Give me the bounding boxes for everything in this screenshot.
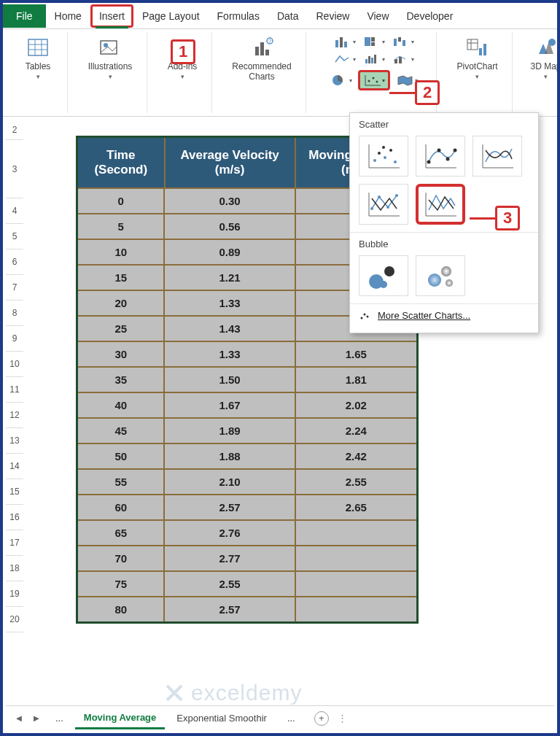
row-header-19[interactable]: 19 bbox=[6, 581, 23, 607]
hierarchy-chart-button[interactable]: ▾ bbox=[362, 35, 386, 48]
row-header-7[interactable]: 7 bbox=[6, 275, 23, 301]
scatter-option-straight-lines[interactable] bbox=[416, 184, 465, 225]
tab-formulas[interactable]: Formulas bbox=[209, 4, 268, 28]
cell-time[interactable]: 60 bbox=[78, 494, 165, 519]
cell-time[interactable]: 25 bbox=[78, 315, 165, 341]
row-header-15[interactable]: 15 bbox=[6, 479, 23, 505]
column-chart-button[interactable]: ▾ bbox=[332, 35, 357, 48]
cell-velocity[interactable]: 1.50 bbox=[165, 366, 295, 392]
table-row[interactable]: 702.77 bbox=[78, 545, 416, 570]
cell-time[interactable]: 50 bbox=[78, 443, 165, 468]
table-row[interactable]: 552.102.55 bbox=[78, 468, 416, 494]
table-row[interactable]: 401.672.02 bbox=[78, 392, 416, 417]
tab-developer[interactable]: Developer bbox=[398, 4, 462, 28]
header-velocity[interactable]: Average Velocity (m/s) bbox=[166, 138, 296, 187]
cell-time[interactable]: 70 bbox=[78, 545, 165, 570]
3dmap-button[interactable]: 3D Map ▾ bbox=[526, 35, 560, 80]
row-header-8[interactable]: 8 bbox=[6, 301, 23, 326]
sheet-tab-exponential[interactable]: Exponential Smoothir bbox=[168, 708, 276, 728]
table-row[interactable]: 802.57 bbox=[78, 596, 416, 621]
waterfall-chart-button[interactable]: ▾ bbox=[391, 35, 416, 48]
new-sheet-button[interactable]: + bbox=[314, 711, 329, 726]
row-header-17[interactable]: 17 bbox=[6, 530, 23, 556]
scatter-chart-button[interactable]: ▾ bbox=[358, 70, 390, 90]
table-row[interactable]: 501.882.42 bbox=[78, 443, 416, 468]
cell-velocity[interactable]: 1.88 bbox=[165, 443, 295, 468]
cell-time[interactable]: 55 bbox=[78, 468, 165, 494]
cell-velocity[interactable]: 0.56 bbox=[165, 213, 295, 239]
tab-insert[interactable]: Insert bbox=[90, 4, 133, 28]
cell-velocity[interactable]: 1.21 bbox=[165, 264, 295, 290]
row-header-20[interactable]: 20 bbox=[6, 607, 23, 632]
recommended-button[interactable]: ? Recommended Charts bbox=[225, 35, 298, 82]
tab-file[interactable]: File bbox=[3, 4, 46, 28]
scatter-option-smooth-markers[interactable] bbox=[416, 136, 465, 177]
cell-velocity[interactable]: 2.57 bbox=[165, 596, 295, 621]
row-header-11[interactable]: 11 bbox=[6, 377, 23, 403]
bubble-option-flat[interactable] bbox=[359, 255, 408, 296]
cell-velocity[interactable]: 1.89 bbox=[165, 417, 295, 443]
row-header-4[interactable]: 4 bbox=[6, 198, 23, 224]
table-row[interactable]: 652.76 bbox=[78, 519, 416, 545]
cell-velocity[interactable]: 2.55 bbox=[165, 570, 295, 596]
sheet-nav-prev[interactable]: ◄ bbox=[12, 713, 26, 724]
cell-moving-avg[interactable] bbox=[296, 570, 416, 596]
cell-time[interactable]: 15 bbox=[78, 264, 165, 290]
cell-time[interactable]: 35 bbox=[78, 366, 165, 392]
tables-button[interactable]: Tables ▾ bbox=[16, 35, 60, 80]
statistic-chart-button[interactable]: ▾ bbox=[362, 53, 386, 66]
cell-time[interactable]: 65 bbox=[78, 519, 165, 545]
line-chart-button[interactable]: ▾ bbox=[332, 53, 357, 66]
cell-moving-avg[interactable]: 2.02 bbox=[296, 392, 416, 417]
row-header-14[interactable]: 14 bbox=[6, 454, 23, 479]
row-header-3[interactable]: 3 bbox=[6, 140, 23, 198]
cell-velocity[interactable]: 2.77 bbox=[165, 545, 295, 570]
cell-moving-avg[interactable] bbox=[296, 596, 416, 621]
row-header-6[interactable]: 6 bbox=[6, 249, 23, 275]
pivotchart-button[interactable]: PivotChart ▾ bbox=[450, 35, 505, 80]
table-row[interactable]: 752.55 bbox=[78, 570, 416, 596]
tab-view[interactable]: View bbox=[358, 4, 397, 28]
cell-time[interactable]: 10 bbox=[78, 239, 165, 264]
scatter-option-straight-markers[interactable] bbox=[359, 184, 408, 225]
cell-time[interactable]: 75 bbox=[78, 570, 165, 596]
cell-velocity[interactable]: 2.10 bbox=[165, 468, 295, 494]
sheet-tab-moving-average[interactable]: Moving Average bbox=[75, 708, 165, 729]
cell-time[interactable]: 20 bbox=[78, 290, 165, 315]
tab-page-layout[interactable]: Page Layout bbox=[133, 4, 209, 28]
sheet-tab-more2[interactable]: ... bbox=[279, 708, 304, 728]
bubble-option-3d[interactable] bbox=[416, 255, 465, 296]
table-row[interactable]: 602.572.65 bbox=[78, 494, 416, 519]
cell-velocity[interactable]: 2.76 bbox=[165, 519, 295, 545]
row-header-16[interactable]: 16 bbox=[6, 505, 23, 530]
table-row[interactable]: 451.892.24 bbox=[78, 417, 416, 443]
illustrations-button[interactable]: Illustrations ▾ bbox=[81, 35, 139, 80]
cell-time[interactable]: 5 bbox=[78, 213, 165, 239]
cell-moving-avg[interactable]: 2.55 bbox=[296, 468, 416, 494]
pie-chart-button[interactable]: ▾ bbox=[329, 74, 354, 87]
scatter-option-smooth[interactable] bbox=[472, 136, 522, 177]
cell-velocity[interactable]: 1.43 bbox=[165, 315, 295, 341]
table-row[interactable]: 301.331.65 bbox=[78, 341, 416, 366]
row-header-5[interactable]: 5 bbox=[6, 224, 23, 249]
row-header-13[interactable]: 13 bbox=[6, 428, 23, 454]
row-header-2[interactable]: 2 bbox=[6, 120, 23, 140]
cell-moving-avg[interactable]: 2.42 bbox=[296, 443, 416, 468]
table-row[interactable]: 351.501.81 bbox=[78, 366, 416, 392]
cell-velocity[interactable]: 1.33 bbox=[165, 290, 295, 315]
cell-time[interactable]: 40 bbox=[78, 392, 165, 417]
scatter-option-markers[interactable] bbox=[359, 136, 408, 177]
cell-moving-avg[interactable] bbox=[296, 545, 416, 570]
cell-time[interactable]: 30 bbox=[78, 341, 165, 366]
header-time[interactable]: Time (Second) bbox=[78, 138, 166, 187]
combo-chart-button[interactable]: ▾ bbox=[391, 53, 416, 66]
more-scatter-charts[interactable]: More Scatter Charts... bbox=[350, 304, 538, 327]
row-header-10[interactable]: 10 bbox=[6, 352, 23, 377]
cell-velocity[interactable]: 0.89 bbox=[165, 239, 295, 264]
row-header-9[interactable]: 9 bbox=[6, 326, 23, 352]
sheet-tab-more[interactable]: ... bbox=[47, 708, 72, 728]
cell-moving-avg[interactable] bbox=[296, 519, 416, 545]
tab-home[interactable]: Home bbox=[46, 4, 90, 28]
tab-review[interactable]: Review bbox=[308, 4, 359, 28]
cell-moving-avg[interactable]: 2.65 bbox=[296, 494, 416, 519]
